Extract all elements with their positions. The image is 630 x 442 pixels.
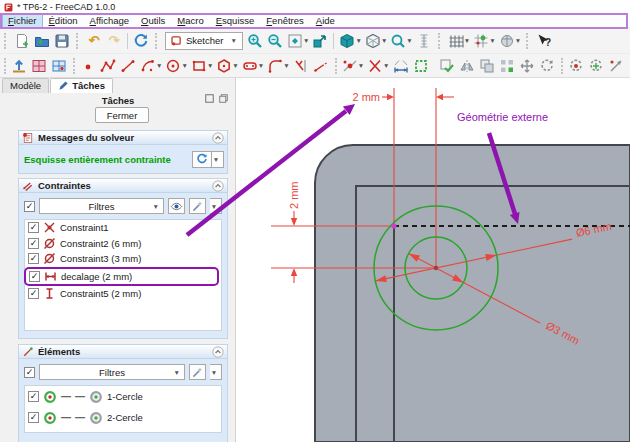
part-face[interactable] xyxy=(315,145,630,442)
elements-settings-dropdown[interactable]: ▼ xyxy=(210,364,222,380)
collapse-section-icon[interactable] xyxy=(212,132,224,144)
clone-button[interactable] xyxy=(477,56,497,76)
chevron-down-icon[interactable]: ▼ xyxy=(156,62,162,69)
constraint-checkbox[interactable]: ✓ xyxy=(28,238,39,249)
zoom-in-button[interactable] xyxy=(245,31,265,51)
refresh-button[interactable] xyxy=(131,31,151,51)
elements-filter-combo[interactable]: Filtres ▼ xyxy=(39,364,185,380)
create-line-button[interactable] xyxy=(118,56,138,76)
toggle-grid-button[interactable] xyxy=(446,31,466,51)
toolbar-grip[interactable] xyxy=(438,33,443,49)
element-row[interactable]: ✓ — — 1-Cercle xyxy=(25,386,221,407)
element-checkbox[interactable]: ✓ xyxy=(28,391,39,402)
fit-all-button[interactable] xyxy=(285,31,305,51)
leave-sketch-button[interactable] xyxy=(9,56,29,76)
solver-refresh-dropdown[interactable]: ▼ xyxy=(212,151,224,168)
menu-fichier[interactable]: Fichier xyxy=(2,13,43,28)
tab-modele[interactable]: Modèle xyxy=(2,78,49,93)
menu-affichage[interactable]: Affichage xyxy=(84,13,135,28)
chevron-down-icon[interactable]: ▼ xyxy=(515,37,521,44)
chevron-down-icon[interactable]: ▼ xyxy=(489,37,495,44)
chevron-down-icon[interactable]: ▼ xyxy=(181,62,187,69)
elements-filter-checkbox[interactable]: ✓ xyxy=(24,367,35,378)
create-slot-button[interactable] xyxy=(240,56,260,76)
circle-center-point[interactable] xyxy=(434,266,438,270)
validate-sketch-button[interactable] xyxy=(437,56,457,76)
menu-fenetres[interactable]: Fenêtres xyxy=(260,13,310,28)
open-document-button[interactable] xyxy=(32,31,52,51)
constraints-filter-combo[interactable]: Filtres ▼ xyxy=(39,198,164,214)
toolbar-grip[interactable] xyxy=(155,33,160,49)
toolbar-grip[interactable] xyxy=(561,58,563,74)
float-panel-icon[interactable] xyxy=(219,94,228,103)
constraints-settings-button[interactable] xyxy=(189,198,206,214)
show-constraints-button[interactable] xyxy=(168,198,185,214)
constraint-row[interactable]: ✓ Constraint3 (3 mm) xyxy=(25,251,221,267)
measure-button[interactable] xyxy=(414,31,434,51)
menu-esquisse[interactable]: Esquisse xyxy=(210,13,261,28)
3d-viewport[interactable]: 2 mm 2 mm Ø6 mm Ø3 mm Géométrie externe xyxy=(236,78,630,442)
toolbar-grip[interactable] xyxy=(73,58,75,74)
constraint-checkbox[interactable]: ✓ xyxy=(28,222,39,233)
menu-macro[interactable]: Macro xyxy=(171,13,209,28)
constrain-dimension-button[interactable] xyxy=(391,56,411,76)
menu-aide[interactable]: Aide xyxy=(310,13,341,28)
symmetry-button[interactable] xyxy=(606,56,626,76)
view-section-button[interactable] xyxy=(29,56,49,76)
toggle-snap-button[interactable] xyxy=(471,31,491,51)
move-button[interactable] xyxy=(517,56,537,76)
chevron-down-icon[interactable]: ▼ xyxy=(283,62,289,69)
constraint-checkbox[interactable]: ✓ xyxy=(28,288,39,299)
fermer-button[interactable]: Fermer xyxy=(95,107,149,123)
create-circle-button[interactable] xyxy=(163,56,183,76)
menu-outils[interactable]: Outils xyxy=(135,13,171,28)
collapse-section-icon[interactable] xyxy=(212,180,224,192)
external-geometry-point[interactable] xyxy=(391,223,396,228)
create-fillet-button[interactable] xyxy=(265,56,285,76)
create-polygon-button[interactable] xyxy=(214,56,234,76)
rotate-button[interactable] xyxy=(537,56,557,76)
tab-taches[interactable]: Tâches xyxy=(50,78,113,93)
element-row[interactable]: ✓ — 3-Ligne xyxy=(25,428,221,433)
toolbar-grip[interactable] xyxy=(526,33,531,49)
menu-edition[interactable]: Édition xyxy=(43,13,84,28)
fit-selection-button[interactable] xyxy=(310,31,330,51)
new-document-button[interactable] xyxy=(12,31,32,51)
trim-edge-button[interactable] xyxy=(291,56,311,76)
constrain-distance-x-button[interactable] xyxy=(365,56,385,76)
dock-panel-icon[interactable] xyxy=(205,94,214,103)
dimension-label-top[interactable]: 2 mm xyxy=(353,91,381,103)
render-style-button[interactable] xyxy=(497,31,517,51)
solver-section-header[interactable]: Messages du solveur xyxy=(18,130,228,145)
chevron-down-icon[interactable]: ▼ xyxy=(258,62,264,69)
constraints-filter-checkbox[interactable]: ✓ xyxy=(24,201,35,212)
toolbar-grip[interactable] xyxy=(76,33,81,49)
element-checkbox[interactable]: ✓ xyxy=(28,412,39,423)
toggle-construction-button[interactable] xyxy=(411,56,431,76)
constraint-row-highlighted[interactable]: ✓ decalage (2 mm) xyxy=(26,269,217,285)
chevron-down-icon[interactable]: ▼ xyxy=(406,37,412,44)
constraints-section-header[interactable]: Contraintes xyxy=(18,178,228,193)
rectangular-array-button[interactable] xyxy=(497,56,517,76)
element-row[interactable]: ✓ — — 2-Cercle xyxy=(25,407,221,428)
constraint-checkbox[interactable]: ✓ xyxy=(28,253,39,264)
elements-settings-button[interactable] xyxy=(189,364,206,380)
chevron-down-icon[interactable]: ▼ xyxy=(355,37,361,44)
undo-button[interactable]: ↶ xyxy=(84,31,104,51)
redo-button[interactable]: ↷ xyxy=(104,31,124,51)
create-arc-button[interactable] xyxy=(138,56,158,76)
zoom-out-button[interactable] xyxy=(265,31,285,51)
sketch-canvas[interactable]: 2 mm 2 mm Ø6 mm Ø3 mm xyxy=(236,78,630,442)
toolbar-grip[interactable] xyxy=(4,33,9,49)
offset-button[interactable] xyxy=(586,56,606,76)
whats-this-button[interactable]: ? xyxy=(534,31,554,51)
constraint-row[interactable]: ✓ Constraint1 xyxy=(25,220,221,236)
solver-refresh-button[interactable] xyxy=(192,151,212,168)
scale-button[interactable] xyxy=(566,56,586,76)
mirror-sketch-button[interactable] xyxy=(457,56,477,76)
extend-edge-button[interactable] xyxy=(311,56,331,76)
toolbar-grip[interactable] xyxy=(335,58,337,74)
constraint-row[interactable]: ✓ Constraint5 (2 mm) xyxy=(25,286,221,302)
save-document-button[interactable] xyxy=(52,31,72,51)
chevron-down-icon[interactable]: ▼ xyxy=(383,62,389,69)
